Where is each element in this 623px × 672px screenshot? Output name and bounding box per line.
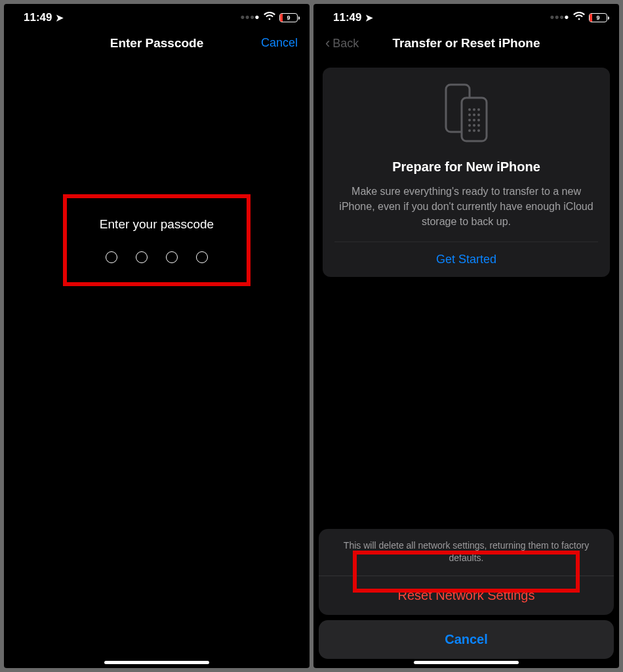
passcode-dots (106, 251, 208, 263)
nav-bar: Enter Passcode Cancel (4, 28, 310, 58)
nav-bar: ‹ Back Transfer or Reset iPhone (313, 28, 619, 58)
passcode-prompt: Enter your passcode (100, 217, 214, 232)
svg-point-7 (477, 114, 480, 116)
location-icon: ➤ (365, 12, 373, 23)
svg-point-2 (468, 108, 471, 111)
ellipsis-icon: •••• (241, 10, 260, 24)
home-indicator[interactable] (414, 661, 519, 664)
passcode-dot (166, 251, 178, 263)
status-bar: 11:49 ➤ •••• 9 (313, 4, 619, 28)
card-title: Prepare for New iPhone (392, 159, 540, 175)
home-indicator[interactable] (104, 661, 209, 664)
prepare-card: Prepare for New iPhone Make sure everyth… (323, 68, 610, 277)
chevron-left-icon: ‹ (325, 36, 330, 51)
passcode-dot (196, 251, 208, 263)
phone-right: 11:49 ➤ •••• 9 ‹ Back Transfer or Reset … (313, 4, 619, 668)
wifi-icon (573, 12, 585, 23)
svg-point-6 (473, 114, 475, 116)
phones-icon (443, 83, 489, 146)
phone-left: 11:49 ➤ •••• 9 Enter Passcode Cancel Ent… (4, 4, 310, 668)
svg-point-10 (477, 119, 480, 121)
passcode-entry[interactable]: Enter your passcode (63, 194, 251, 286)
svg-point-11 (468, 124, 471, 127)
back-label: Back (332, 37, 359, 51)
wifi-icon (264, 12, 275, 23)
svg-point-4 (477, 108, 480, 111)
svg-point-13 (477, 124, 480, 127)
svg-point-9 (473, 119, 475, 121)
svg-point-8 (468, 119, 471, 121)
svg-point-5 (468, 114, 471, 116)
svg-point-15 (473, 129, 475, 132)
action-sheet: This will delete all network settings, r… (319, 529, 614, 659)
sheet-cancel-button[interactable]: Cancel (319, 620, 614, 659)
passcode-dot (106, 251, 117, 263)
battery-icon: 9 (279, 13, 298, 22)
status-time: 11:49 (24, 11, 52, 24)
ellipsis-icon: •••• (550, 10, 569, 24)
sheet-message: This will delete all network settings, r… (319, 529, 614, 576)
passcode-dot (136, 251, 148, 263)
cancel-button[interactable]: Cancel (261, 36, 298, 50)
battery-icon: 9 (589, 13, 607, 22)
status-bar: 11:49 ➤ •••• 9 (4, 4, 310, 28)
svg-point-12 (473, 124, 475, 127)
card-description: Make sure everything's ready to transfer… (334, 184, 598, 230)
svg-point-3 (473, 108, 475, 111)
svg-point-16 (477, 129, 480, 132)
status-time: 11:49 (333, 11, 361, 24)
svg-point-14 (468, 129, 471, 132)
reset-network-settings-button[interactable]: Reset Network Settings (319, 576, 614, 615)
back-button[interactable]: ‹ Back (325, 36, 359, 51)
get-started-button[interactable]: Get Started (436, 242, 496, 277)
page-title: Transfer or Reset iPhone (313, 36, 619, 51)
location-icon: ➤ (56, 12, 64, 23)
